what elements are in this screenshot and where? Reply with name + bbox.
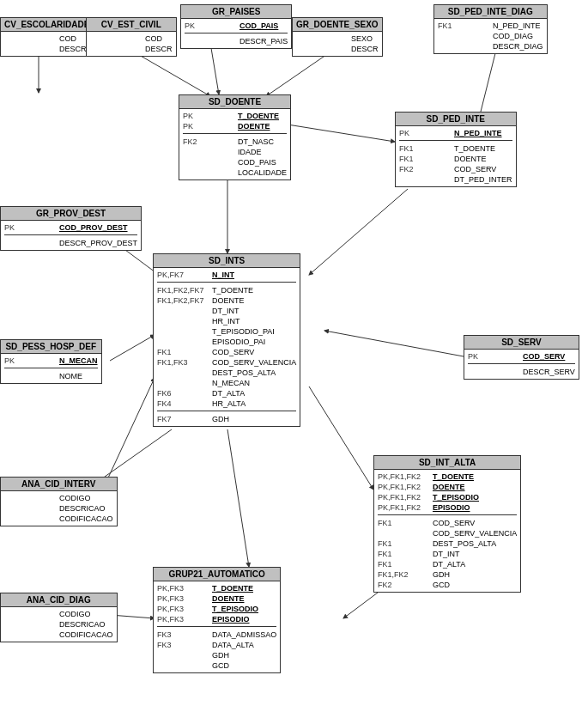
table-row: SEXO	[296, 33, 379, 44]
table-header-sd_pess_hosp_def: SD_PESS_HOSP_DEF	[1, 340, 101, 354]
svg-line-13	[309, 386, 373, 490]
row-val: T_EPISODIO	[433, 493, 479, 502]
row-key: PK,FK7	[157, 271, 209, 279]
table-row: FK1DOENTE	[399, 154, 512, 164]
table-row: DESCR_DIAG	[438, 41, 543, 52]
row-key: FK1	[399, 155, 451, 163]
table-row: PKCOD_PAIS	[185, 21, 288, 31]
table-row: DESCR	[4, 44, 89, 54]
row-key: FK1	[378, 519, 429, 527]
table-row: FK3DATA_ADMISSAO	[157, 630, 276, 640]
row-val: LOCALIDADE	[238, 168, 287, 177]
table-body-sd_ped_inte: PKN_PED_INTEFK1T_DOENTEFK1DOENTEFK2COD_S…	[396, 126, 516, 186]
row-val: NOME	[59, 372, 82, 380]
svg-line-8	[309, 189, 408, 275]
row-val: DESCR_PAIS	[239, 37, 288, 46]
table-row: T_EPISODIO_PAI	[157, 326, 296, 337]
table-ana_cid_interv: ANA_CID_INTERVCODIGODESCRICAOCODIFICACAO	[0, 477, 118, 526]
row-key	[157, 661, 209, 670]
table-body-sd_ped_inte_diag: FK1N_PED_INTECOD_DIAGDESCR_DIAG	[434, 19, 547, 53]
row-key: PK	[468, 352, 519, 361]
row-key	[90, 45, 142, 53]
table-row: DESCR	[296, 44, 379, 54]
diagram-container: CV_ESCOLARIDADECODDESCRCV_EST_CIVILCODDE…	[0, 0, 588, 724]
row-val: T_EPISODIO_PAI	[212, 327, 275, 336]
row-val: COD_SERV	[433, 519, 475, 527]
table-row: CODIFICACAO	[4, 514, 113, 524]
row-key: FK1	[157, 348, 209, 356]
table-row: CODIFICACAO	[4, 630, 113, 640]
row-key: PK	[4, 356, 56, 365]
row-key: PK,FK3	[157, 584, 209, 593]
row-key: PK,FK1,FK2	[378, 503, 429, 512]
table-body-ana_cid_interv: CODIGODESCRICAOCODIFICACAO	[1, 491, 117, 526]
row-val: COD_DIAG	[493, 32, 533, 40]
row-key	[157, 327, 209, 336]
row-val: N_MECAN	[59, 356, 98, 365]
row-key: FK2	[399, 165, 451, 173]
table-row: DESCR_SERV	[468, 367, 575, 377]
table-header-sd_ints: SD_INTS	[154, 254, 300, 268]
svg-line-15	[343, 593, 378, 618]
row-key: PK,FK1,FK2	[378, 472, 429, 481]
row-val: CODIFICACAO	[59, 514, 113, 523]
row-key: FK1,FK3	[157, 358, 209, 367]
row-key	[183, 168, 234, 177]
table-row: DT_PED_INTER	[399, 174, 512, 185]
svg-line-2	[210, 43, 219, 94]
row-key: PK	[183, 122, 234, 131]
table-row: NOME	[4, 371, 98, 381]
row-key	[4, 620, 56, 629]
row-key: FK1	[438, 21, 489, 30]
table-row: COD_DIAG	[438, 31, 543, 41]
row-val: COD_SERV	[523, 352, 565, 361]
row-val: DT_PED_INTER	[454, 175, 512, 184]
row-key: PK	[399, 129, 451, 137]
row-val: N_MECAN	[212, 379, 250, 387]
table-header-gr_doente_sexo: GR_DOENTE_SEXO	[293, 18, 382, 32]
table-row: FK1N_PED_INTE	[438, 21, 543, 31]
row-key: PK,FK1,FK2	[378, 483, 429, 491]
table-row: PKN_MECAN	[4, 356, 98, 366]
row-val: DOENTE	[212, 296, 245, 305]
table-ana_cid_diag: ANA_CID_DIAGCODIGODESCRICAOCODIFICACAO	[0, 593, 118, 642]
table-body-ana_cid_diag: CODIGODESCRICAOCODIFICACAO	[1, 607, 117, 642]
table-header-ana_cid_interv: ANA_CID_INTERV	[1, 478, 117, 491]
row-val: EPISODIO_PAI	[212, 338, 265, 346]
table-row: PK,FK1,FK2EPISODIO	[378, 502, 517, 513]
row-val: DESCR	[351, 45, 379, 53]
row-val: N_PED_INTE	[493, 21, 541, 30]
row-val: COD_SERV_VALENCIA	[212, 358, 296, 367]
table-row: GDH	[157, 650, 276, 660]
table-row: PKDOENTE	[183, 121, 287, 131]
row-key: PK	[185, 21, 236, 30]
row-val: DT_ALTA	[212, 389, 245, 398]
table-sd_ped_inte: SD_PED_INTEPKN_PED_INTEFK1T_DOENTEFK1DOE…	[395, 112, 517, 187]
table-body-gr_doente_sexo: SEXODESCR	[293, 32, 382, 56]
row-val: DOENTE	[433, 483, 465, 491]
table-row: FK2COD_SERV	[399, 164, 512, 174]
table-header-sd_serv: SD_SERV	[464, 336, 579, 350]
row-val: GDH	[433, 570, 450, 579]
row-val: COD	[145, 34, 162, 43]
row-val: DEST_POS_ALTA	[212, 368, 276, 377]
table-row: FK2GCD	[378, 580, 517, 590]
row-key	[157, 651, 209, 660]
row-key: FK1	[378, 550, 429, 558]
row-key	[4, 34, 56, 43]
table-header-sd_int_alta: SD_INT_ALTA	[374, 456, 520, 470]
row-key: FK2	[183, 137, 234, 146]
row-key: FK6	[157, 389, 209, 398]
row-key: FK7	[157, 415, 209, 423]
row-val: COD_PROV_DEST	[59, 223, 128, 232]
table-row: FK7GDH	[157, 414, 296, 424]
table-grup21_automatico: GRUP21_AUTOMATICOPK,FK3T_DOENTEPK,FK3DOE…	[153, 567, 281, 673]
table-cv_est_civil: CV_EST_CIVILCODDESCR	[86, 17, 177, 57]
row-val: T_DOENTE	[212, 584, 253, 593]
row-val: DESCR	[59, 45, 87, 53]
table-row: COD_SERV_VALENCIA	[378, 528, 517, 538]
table-row: FK4HR_ALTA	[157, 399, 296, 409]
table-row: CODIGO	[4, 493, 113, 503]
table-row: PKN_PED_INTE	[399, 128, 512, 138]
table-header-sd_doente: SD_DOENTE	[179, 95, 290, 109]
